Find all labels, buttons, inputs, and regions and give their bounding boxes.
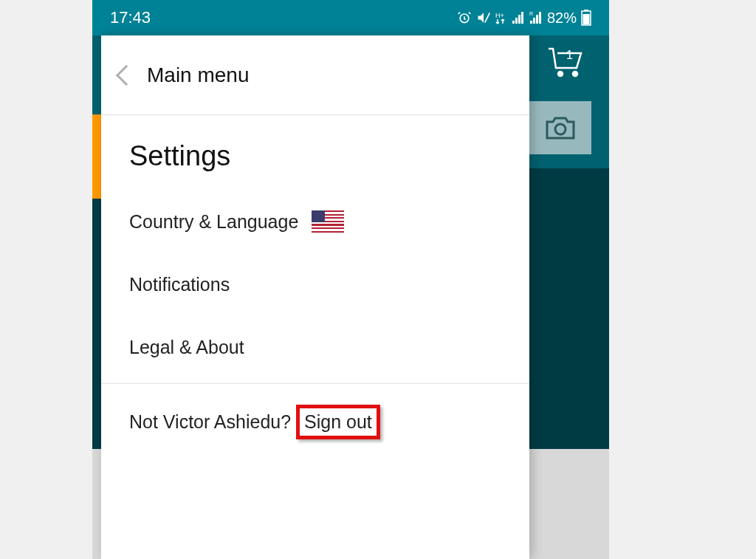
- battery-icon: [581, 10, 591, 26]
- alarm-icon: [457, 10, 472, 25]
- menu-item-label: Notifications: [129, 274, 230, 295]
- signal-1-icon: [512, 11, 525, 24]
- svg-rect-11: [539, 12, 541, 24]
- network-type-icon: H+: [495, 10, 507, 25]
- us-flag-icon: [312, 210, 344, 233]
- svg-rect-3: [512, 21, 515, 24]
- cart-icon[interactable]: 1: [546, 44, 585, 78]
- signout-prefix: Not Victor Ashiedu?: [129, 411, 296, 432]
- menu-item-country-language[interactable]: Country & Language: [101, 190, 529, 253]
- signout-row: Not Victor Ashiedu? Sign out: [101, 384, 529, 460]
- phone-screen: 17:43 H+ R 82% 1: [92, 0, 609, 559]
- menu-item-legal-about[interactable]: Legal & About: [101, 316, 529, 379]
- camera-search-button[interactable]: [529, 101, 591, 154]
- svg-rect-14: [583, 14, 590, 24]
- svg-rect-10: [536, 15, 538, 24]
- menu-item-notifications[interactable]: Notifications: [101, 253, 529, 316]
- drawer-back-row[interactable]: Main menu: [101, 35, 529, 115]
- svg-point-15: [558, 72, 563, 76]
- svg-text:H+: H+: [495, 12, 504, 19]
- svg-rect-9: [533, 18, 535, 24]
- status-icons: H+ R 82%: [457, 10, 591, 27]
- signout-link[interactable]: Sign out: [296, 405, 380, 439]
- settings-heading: Settings: [101, 115, 529, 190]
- svg-rect-4: [515, 18, 518, 24]
- navigation-drawer: Main menu Settings Country & Language No…: [101, 35, 529, 559]
- orange-accent: [92, 114, 101, 199]
- svg-line-1: [485, 13, 490, 22]
- svg-point-16: [573, 72, 577, 76]
- signal-2-icon: R: [529, 11, 543, 24]
- svg-rect-5: [518, 15, 520, 24]
- svg-point-18: [555, 124, 566, 134]
- menu-item-label: Country & Language: [129, 211, 298, 233]
- drawer-back-label: Main menu: [147, 64, 250, 87]
- chevron-left-icon: [116, 64, 137, 85]
- svg-text:R: R: [529, 11, 533, 16]
- svg-text:1: 1: [566, 49, 573, 61]
- menu-item-label: Legal & About: [129, 337, 244, 358]
- status-time: 17:43: [110, 8, 151, 27]
- status-bar: 17:43 H+ R 82%: [92, 0, 609, 35]
- svg-rect-6: [521, 12, 523, 24]
- svg-rect-8: [530, 21, 532, 24]
- battery-percent: 82%: [547, 10, 577, 27]
- mute-icon: [476, 10, 491, 25]
- camera-icon: [544, 114, 577, 141]
